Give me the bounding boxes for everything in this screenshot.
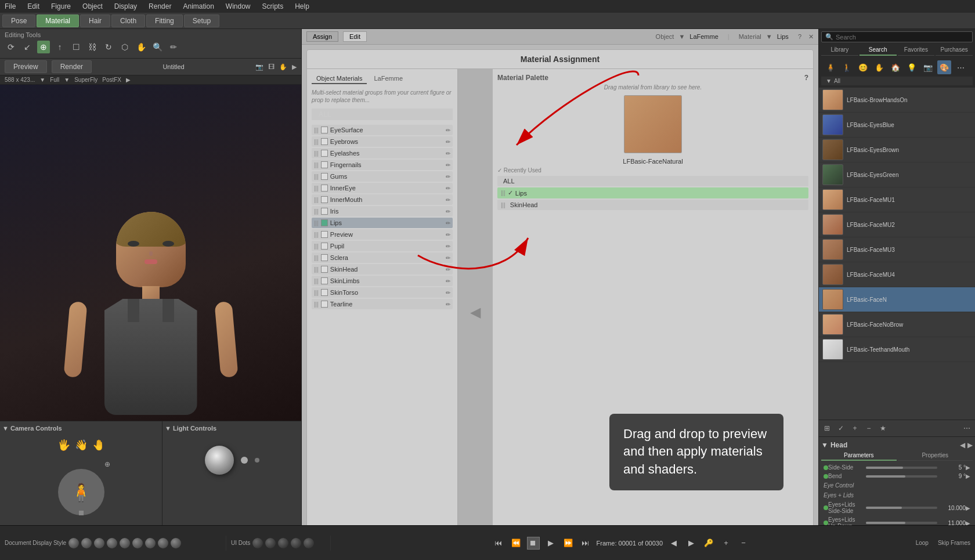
mat-list-item-1[interactable]: LFBasic-EyesBlue [819, 113, 975, 138]
mat-list-item-7[interactable]: LFBasic-FaceMU4 [819, 262, 975, 287]
edit-icon-fingernails[interactable]: ✏ [446, 162, 450, 168]
checkbox-eyelashes[interactable] [321, 150, 328, 157]
mat-row-eyesurface[interactable]: ||| EyeSurface ✏ [312, 125, 453, 135]
tab-properties[interactable]: Properties [898, 451, 973, 461]
mat-list-item-9[interactable]: LFBasic-FaceNoBrow [819, 312, 975, 337]
eyes-side-slider[interactable] [866, 507, 937, 509]
check-icon[interactable]: ✓ [835, 422, 847, 434]
edit-icon-skinhead[interactable]: ✏ [446, 266, 450, 273]
prev-frame-button[interactable]: ◀ [667, 537, 680, 550]
menu-display[interactable]: Display [112, 1, 139, 12]
checkbox-iris[interactable] [321, 208, 328, 215]
skip-end-button[interactable]: ⏭ [579, 537, 592, 550]
next-frame-button[interactable]: ▶ [685, 537, 698, 550]
edit-icon-skintorso[interactable]: ✏ [446, 290, 450, 296]
material-dropdown-icon[interactable]: ▼ [766, 33, 772, 40]
edit-icon-eyebrows[interactable]: ✏ [446, 139, 450, 145]
more-icon[interactable]: ⋯ [954, 60, 967, 74]
mat-row-skintorso[interactable]: ||| SkinTorso ✏ [312, 287, 453, 298]
mat-row-sclera[interactable]: ||| Sclera ✏ [312, 252, 453, 263]
mat-row-iris[interactable]: ||| Iris ✏ [312, 206, 453, 216]
all-materials-row[interactable]: ALL [312, 109, 453, 120]
edit-icon-eyelashes[interactable]: ✏ [446, 150, 450, 157]
menu-edit[interactable]: Edit [25, 1, 42, 12]
mat-row-tearline[interactable]: ||| Tearline ✏ [312, 299, 453, 309]
display-sphere-1[interactable] [68, 538, 79, 548]
edit-icon-preview[interactable]: ✏ [446, 232, 450, 238]
mat-row-preview[interactable]: ||| Preview ✏ [312, 229, 453, 240]
ui-dot-2[interactable] [265, 538, 276, 548]
mat-row-innermouth[interactable]: ||| InnerMouth ✏ [312, 194, 453, 205]
mat-row-gums[interactable]: ||| Gums ✏ [312, 171, 453, 182]
quality-dropdown[interactable]: ▼ [64, 77, 70, 83]
menu-scripts[interactable]: Scripts [260, 1, 286, 12]
tab-cloth[interactable]: Cloth [111, 15, 145, 27]
eyes-side-arrow[interactable]: ▶ [966, 505, 970, 511]
checkbox-pupil[interactable] [321, 243, 328, 250]
edit-icon-eyesurface[interactable]: ✏ [446, 127, 450, 133]
palette-help-icon[interactable]: ? [804, 74, 808, 82]
walk-icon[interactable]: 🚶 [840, 60, 854, 74]
face-icon[interactable]: 😊 [856, 60, 870, 74]
size-dropdown[interactable]: ▼ [39, 77, 45, 83]
zoom-tool-icon[interactable]: 🔍 [151, 41, 164, 53]
pose-tool-icon[interactable]: ⟳ [5, 41, 17, 53]
render-button[interactable]: Render [52, 60, 92, 73]
checkbox-fingernails[interactable] [321, 161, 328, 168]
folder-icon[interactable]: ⊞ [821, 422, 833, 434]
step-back-button[interactable]: ⏪ [510, 537, 522, 550]
checkbox-eyesurface[interactable] [321, 127, 328, 133]
hand-left-icon[interactable]: 🖐 [57, 439, 70, 451]
tab-material[interactable]: Material [37, 15, 79, 27]
menu-file[interactable]: File [2, 1, 18, 12]
camera2-icon[interactable]: 🎞 [268, 63, 275, 70]
display-sphere-3[interactable] [94, 538, 104, 548]
edit-icon-lips[interactable]: ✏ [446, 220, 450, 226]
display-sphere-7[interactable] [145, 538, 156, 548]
filter-all[interactable]: ▼ All [821, 77, 973, 85]
postfx-btn[interactable]: ▶ [126, 77, 131, 83]
edit-icon-iris[interactable]: ✏ [446, 208, 450, 215]
scene-icon[interactable]: 🏠 [889, 60, 902, 74]
box-tool-icon[interactable]: ☐ [70, 41, 82, 53]
ui-dot-5[interactable] [304, 538, 314, 548]
figure-icon[interactable]: 🧍 [824, 60, 837, 74]
checkbox-lips[interactable] [321, 219, 328, 226]
stop-button[interactable]: ⏹ [527, 537, 540, 550]
key-icon[interactable]: 🔑 [702, 537, 715, 550]
tab-parameters[interactable]: Parameters [821, 451, 897, 461]
menu-object[interactable]: Object [80, 1, 105, 12]
node-tool-icon[interactable]: ⬡ [118, 41, 131, 53]
hand-center-icon[interactable]: 👋 [75, 439, 88, 451]
ui-dot-3[interactable] [278, 538, 288, 548]
checkbox-sclera[interactable] [321, 254, 328, 261]
tab-fitting[interactable]: Fitting [146, 15, 183, 27]
camera-expand-icon[interactable]: ⊕ [104, 460, 110, 468]
mat-row-eyelashes[interactable]: ||| Eyelashes ✏ [312, 148, 453, 158]
remove-key-button[interactable]: − [737, 537, 750, 550]
play-button[interactable]: ▶ [544, 537, 557, 550]
more-options-icon[interactable]: ⋯ [961, 422, 973, 434]
menu-animation[interactable]: Animation [180, 1, 216, 12]
mat-list-item-4[interactable]: LFBasic-FaceMU1 [819, 187, 975, 212]
pencil-tool-icon[interactable]: ✏ [167, 41, 180, 53]
checkbox-innereye[interactable] [321, 185, 328, 192]
mat-list-item-6[interactable]: LFBasic-FaceMU3 [819, 237, 975, 262]
display-sphere-5[interactable] [120, 538, 130, 548]
edit-icon-gums[interactable]: ✏ [446, 174, 450, 180]
checkbox-skinhead[interactable] [321, 266, 328, 273]
display-sphere-4[interactable] [107, 538, 117, 548]
tab-pose[interactable]: Pose [2, 15, 35, 27]
assign-button[interactable]: Assign [306, 31, 338, 42]
menu-render[interactable]: Render [146, 1, 174, 12]
checkbox-gums[interactable] [321, 173, 328, 180]
side-side-arrow[interactable]: ▶ [966, 464, 970, 471]
mat-row-fingernails[interactable]: ||| Fingernails ✏ [312, 160, 453, 170]
step-forward-button[interactable]: ⏩ [562, 537, 575, 550]
mat-row-lips[interactable]: ||| Lips ✏ [312, 218, 453, 228]
tab-purchases[interactable]: Purchases [936, 45, 973, 56]
checkbox-skinlimbs[interactable] [321, 277, 328, 284]
palette-skinhead-row[interactable]: ||| SkinHead [497, 200, 808, 210]
close-icon[interactable]: ✕ [808, 33, 814, 41]
palette-lips-row[interactable]: ||| ✓ Lips [497, 187, 808, 198]
